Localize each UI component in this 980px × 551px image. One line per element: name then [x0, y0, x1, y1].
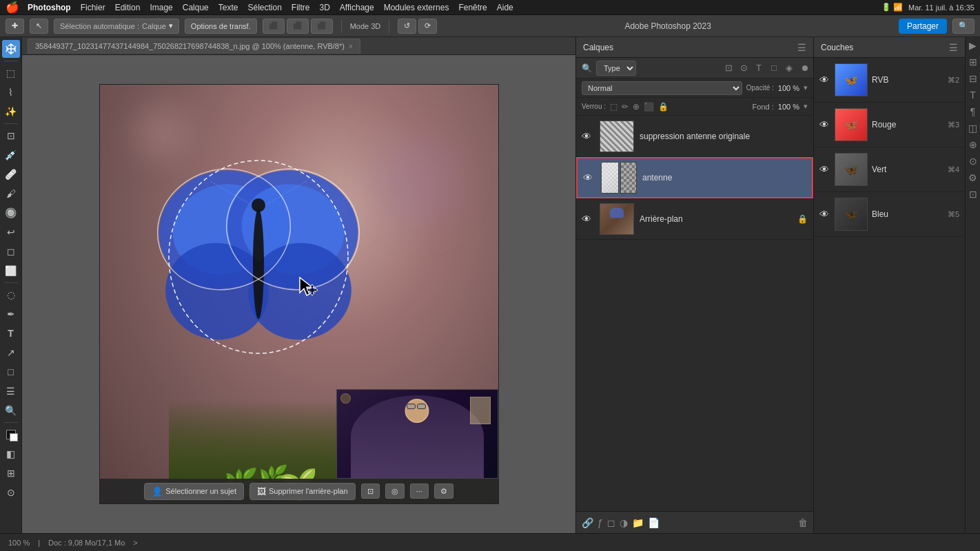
adjustment-layer-button[interactable]: ◑ — [620, 517, 628, 528]
couche-bleu[interactable]: 👁 🦋 Bleu ⌘5 — [814, 192, 965, 237]
far-right-icon-4[interactable]: T — [970, 90, 976, 101]
search-button[interactable]: 🔍 — [952, 19, 974, 34]
text-tool[interactable]: T — [2, 324, 20, 342]
menu-image[interactable]: Image — [150, 3, 172, 12]
eyedropper-tool[interactable]: 💉 — [2, 146, 20, 164]
align-center-button[interactable]: ⬛ — [287, 19, 309, 34]
canvas-viewport[interactable]: 🌿 🌿 🌱 — [22, 55, 575, 533]
partager-button[interactable]: Partager — [899, 19, 947, 34]
history-brush-tool[interactable]: ↩ — [2, 223, 20, 241]
hand-tool[interactable]: ☰ — [2, 382, 20, 400]
link-layers-button[interactable]: 🔗 — [582, 517, 593, 528]
canvas-extra-1[interactable]: ⊡ — [361, 484, 380, 499]
options-transf-button[interactable]: Options de transf. — [185, 19, 257, 34]
lock-artboard-icon[interactable]: ⬛ — [644, 102, 654, 112]
lock-pixel-icon[interactable]: ⬚ — [610, 102, 617, 112]
canvas-extra-2[interactable]: ◎ — [385, 484, 405, 499]
layer-arriere-plan[interactable]: 👁 Arrière-plan 🔒 — [576, 198, 813, 240]
selection-auto-button[interactable]: Sélection automatique : Calque ▾ — [54, 19, 179, 34]
extra-tool[interactable]: ⊙ — [2, 484, 20, 501]
selection-rect-tool[interactable]: ⬚ — [2, 64, 20, 82]
fond-dropdown-icon[interactable]: ▾ — [804, 102, 808, 111]
crop-tool[interactable]: ⊡ — [2, 127, 20, 145]
menu-fenetre[interactable]: Fenêtre — [458, 3, 487, 12]
canvas-extra-3[interactable]: ··· — [410, 484, 429, 499]
path-select-tool[interactable]: ↗ — [2, 344, 20, 362]
opacity-dropdown-icon[interactable]: ▾ — [804, 83, 808, 92]
blend-mode-select[interactable]: Normal — [582, 81, 742, 95]
menu-aide[interactable]: Aide — [497, 3, 513, 12]
menu-filtre[interactable]: Filtre — [292, 3, 310, 12]
menu-selection[interactable]: Sélection — [247, 3, 281, 12]
couche-visibility-rouge[interactable]: 👁 — [819, 119, 830, 130]
filter-adjust-icon[interactable]: ⊙ — [737, 62, 750, 74]
shape-tool[interactable]: □ — [2, 363, 20, 381]
far-right-icon-3[interactable]: ⊟ — [969, 73, 977, 84]
lasso-tool[interactable]: ⌇ — [2, 83, 20, 101]
couche-vert[interactable]: 👁 🦋 Vert ⌘4 — [814, 147, 965, 192]
document-tab[interactable]: 358449377_10231477437144984_750268217698… — [28, 39, 360, 54]
menu-edition[interactable]: Edition — [115, 3, 141, 12]
rotate-button[interactable]: ↺ — [398, 19, 416, 34]
magic-wand-tool[interactable]: ✨ — [2, 103, 20, 121]
far-right-icon-8[interactable]: ⊙ — [969, 156, 977, 167]
lock-edit-icon[interactable]: ✏ — [622, 102, 629, 112]
menu-fichier[interactable]: Fichier — [81, 3, 105, 12]
move-tool-button[interactable]: ↖ — [30, 19, 48, 34]
layer-antenne[interactable]: 👁 antenne — [576, 157, 813, 198]
flip-button[interactable]: ⟳ — [418, 19, 437, 34]
filter-smart-icon[interactable]: ◈ — [783, 62, 795, 74]
menu-3d[interactable]: 3D — [320, 3, 330, 12]
layer-style-button[interactable]: ƒ — [598, 517, 603, 528]
far-right-icon-7[interactable]: ⊕ — [969, 139, 977, 150]
new-layer-button[interactable]: ✚ — [6, 19, 24, 34]
couches-menu-icon[interactable]: ☰ — [949, 42, 958, 53]
menu-photoshop[interactable]: Photoshop — [28, 3, 71, 12]
new-layer-footer-button[interactable]: 📄 — [648, 517, 660, 528]
stamp-tool[interactable]: 🔘 — [2, 204, 20, 222]
far-right-icon-2[interactable]: ⊞ — [969, 56, 977, 67]
brush-tool[interactable]: 🖌 — [2, 185, 20, 202]
canvas-extra-4[interactable]: ⚙ — [434, 484, 453, 499]
layer-suppression[interactable]: 👁 suppression antenne originale — [576, 116, 813, 157]
couche-visibility-vert[interactable]: 👁 — [819, 164, 830, 175]
far-right-icon-5[interactable]: ¶ — [970, 106, 976, 117]
tab-close-button[interactable]: × — [349, 43, 353, 50]
couche-visibility-bleu[interactable]: 👁 — [819, 209, 830, 220]
delete-layer-button[interactable]: 🗑 — [798, 517, 808, 528]
align-right-button[interactable]: ⬛ — [311, 19, 333, 34]
menu-calque[interactable]: Calque — [183, 3, 209, 12]
filter-shape-icon[interactable]: □ — [768, 62, 780, 74]
dodge-tool[interactable]: ◌ — [2, 286, 20, 304]
far-right-icon-6[interactable]: ◫ — [968, 123, 977, 134]
couche-rouge[interactable]: 👁 🦋 Rouge ⌘3 — [814, 103, 965, 147]
eraser-tool[interactable]: ◻ — [2, 242, 20, 260]
select-subject-button[interactable]: 👤 Sélectionner un sujet — [144, 483, 244, 500]
new-group-button[interactable]: 📁 — [632, 517, 644, 528]
filter-type-select[interactable]: Type — [596, 61, 636, 76]
couche-rvb[interactable]: 👁 🦋 RVB ⌘2 — [814, 58, 965, 103]
far-right-icon-1[interactable]: ▶ — [969, 40, 977, 51]
menu-modules[interactable]: Modules externes — [384, 3, 449, 12]
align-left-button[interactable]: ⬛ — [263, 19, 285, 34]
move-tool[interactable] — [2, 40, 20, 58]
filter-toggle-dot[interactable] — [802, 65, 808, 71]
color-swatch[interactable] — [2, 426, 20, 444]
pen-tool[interactable]: ✒ — [2, 305, 20, 323]
far-right-icon-10[interactable]: ⊡ — [969, 189, 977, 200]
layer-visibility-arriere-plan[interactable]: 👁 — [582, 214, 594, 225]
lock-move-icon[interactable]: ⊕ — [633, 102, 640, 112]
layer-visibility-suppression[interactable]: 👁 — [582, 131, 594, 142]
filter-text-icon[interactable]: T — [753, 62, 765, 74]
layer-visibility-antenne[interactable]: 👁 — [583, 172, 595, 183]
filter-pixel-icon[interactable]: ⊡ — [722, 62, 735, 74]
menu-affichage[interactable]: Affichage — [340, 3, 374, 12]
heal-tool[interactable]: 🩹 — [2, 165, 20, 183]
screen-mode-tool[interactable]: ⊞ — [2, 464, 20, 482]
remove-bg-button[interactable]: 🖼 Supprimer l'arrière-plan — [249, 483, 356, 500]
couche-visibility-rvb[interactable]: 👁 — [819, 74, 830, 85]
mask-mode-tool[interactable]: ◧ — [2, 445, 20, 463]
apple-logo[interactable]: 🍎 — [6, 1, 19, 14]
gradient-tool[interactable]: ⬜ — [2, 262, 20, 280]
far-right-icon-9[interactable]: ⚙ — [968, 172, 977, 183]
